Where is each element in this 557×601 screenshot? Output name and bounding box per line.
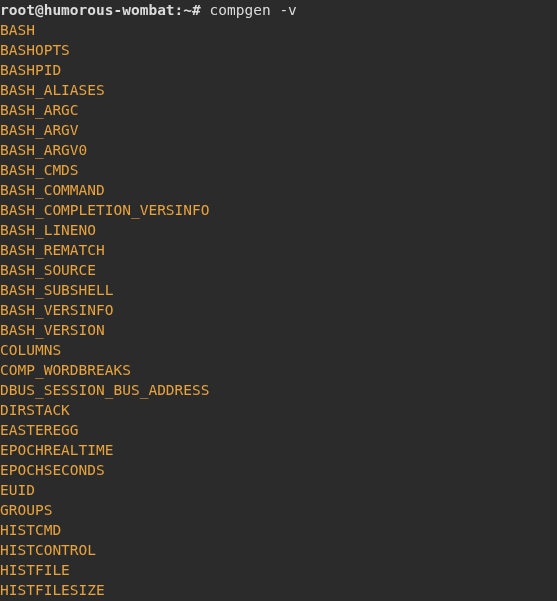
- output-line: BASH_VERSINFO: [0, 300, 557, 320]
- output-line: HISTFILE: [0, 560, 557, 580]
- output-line: EPOCHSECONDS: [0, 460, 557, 480]
- prompt-symbol: #: [192, 2, 201, 18]
- output-line: DBUS_SESSION_BUS_ADDRESS: [0, 380, 557, 400]
- output-line: BASHPID: [0, 60, 557, 80]
- output-line: BASH_COMPLETION_VERSINFO: [0, 200, 557, 220]
- output-line: BASH_SOURCE: [0, 260, 557, 280]
- prompt-user-host: root@humorous-wombat: [0, 2, 175, 18]
- terminal[interactable]: root@humorous-wombat:~# compgen -v BASHB…: [0, 0, 557, 600]
- output-line: BASH_VERSION: [0, 320, 557, 340]
- output-line: BASH_COMMAND: [0, 180, 557, 200]
- output-line: BASHOPTS: [0, 40, 557, 60]
- prompt-line: root@humorous-wombat:~# compgen -v: [0, 0, 557, 20]
- output-line: HISTFILESIZE: [0, 580, 557, 600]
- output-line: BASH_ARGC: [0, 100, 557, 120]
- output-line: HISTCONTROL: [0, 540, 557, 560]
- output-line: BASH: [0, 20, 557, 40]
- command-text: [201, 2, 210, 18]
- output-line: EPOCHREALTIME: [0, 440, 557, 460]
- output-line: BASH_REMATCH: [0, 240, 557, 260]
- output-line: COLUMNS: [0, 340, 557, 360]
- output-line: BASH_CMDS: [0, 160, 557, 180]
- output-line: BASH_SUBSHELL: [0, 280, 557, 300]
- output-line: BASH_ALIASES: [0, 80, 557, 100]
- command: compgen -v: [210, 2, 297, 18]
- prompt-path: ~: [183, 2, 192, 18]
- output-line: GROUPS: [0, 500, 557, 520]
- output-line: DIRSTACK: [0, 400, 557, 420]
- output-line: BASH_LINENO: [0, 220, 557, 240]
- output-list: BASHBASHOPTSBASHPIDBASH_ALIASESBASH_ARGC…: [0, 20, 557, 600]
- output-line: BASH_ARGV: [0, 120, 557, 140]
- output-line: COMP_WORDBREAKS: [0, 360, 557, 380]
- output-line: EASTEREGG: [0, 420, 557, 440]
- output-line: EUID: [0, 480, 557, 500]
- output-line: BASH_ARGV0: [0, 140, 557, 160]
- output-line: HISTCMD: [0, 520, 557, 540]
